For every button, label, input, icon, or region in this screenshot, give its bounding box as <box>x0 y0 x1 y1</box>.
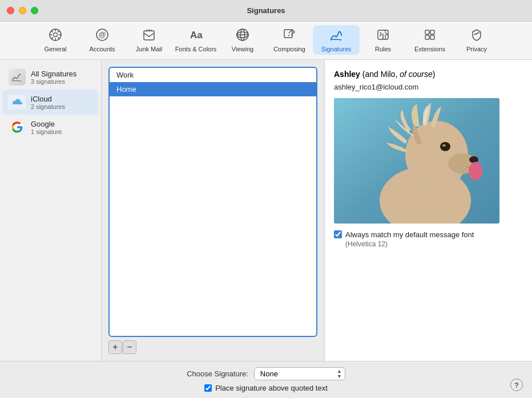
junk-mail-icon <box>142 27 156 44</box>
svg-rect-24 <box>425 30 429 34</box>
svg-line-7 <box>58 37 59 39</box>
toolbar-item-fonts-colors[interactable]: Aa Fonts & Colors <box>172 25 219 55</box>
font-match-sublabel: (Helvetica 12) <box>345 240 523 248</box>
toolbar-junk-label: Junk Mail <box>136 46 162 52</box>
toolbar-extensions-label: Extensions <box>414 46 445 52</box>
bottom-bar: Choose Signature: None Work Home Random … <box>0 361 532 398</box>
choose-signature-select-wrapper: None Work Home Random ▲ ▼ <box>254 367 345 380</box>
right-bottom: Always match my default message font (He… <box>334 230 523 248</box>
sidebar-item-google[interactable]: Google 1 signature <box>2 115 99 140</box>
list-controls: + − <box>108 340 136 354</box>
sig-name-rest: (and Milo, <box>360 70 400 79</box>
center-panel: Work Home + − <box>102 60 324 361</box>
toolbar-rules-label: Rules <box>375 46 391 52</box>
toolbar-item-privacy[interactable]: Privacy <box>453 25 500 55</box>
titlebar: Signatures <box>0 0 532 22</box>
svg-line-9 <box>51 37 53 39</box>
signatures-list: Work Home <box>108 67 317 337</box>
svg-line-6 <box>51 31 53 33</box>
right-panel: Ashley (and Milo, of course) ashley_rico… <box>324 60 532 361</box>
sig-list-item-home[interactable]: Home <box>110 82 316 96</box>
svg-text:@: @ <box>98 30 106 39</box>
toolbar-composing-label: Composing <box>273 46 305 52</box>
font-match-row: Always match my default message font <box>334 230 523 239</box>
sig-preview-email: ashley_rico1@icloud.com <box>334 83 523 91</box>
sidebar-all-sig-count: 3 signatures <box>31 78 76 85</box>
svg-point-36 <box>440 142 450 151</box>
svg-rect-27 <box>430 35 434 39</box>
fonts-colors-icon: Aa <box>188 27 203 44</box>
remove-signature-button[interactable]: − <box>123 340 136 354</box>
all-signatures-icon <box>8 68 26 86</box>
toolbar-item-composing[interactable]: Composing <box>266 25 313 55</box>
sig-name-bold: Ashley <box>334 70 360 79</box>
svg-rect-26 <box>425 35 429 39</box>
icloud-icon-container <box>8 93 26 111</box>
toolbar-item-general[interactable]: General <box>32 25 79 55</box>
sidebar-icloud-count: 2 signatures <box>31 103 65 110</box>
choose-signature-label: Choose Signature: <box>187 369 248 378</box>
sig-list-item-work[interactable]: Work <box>110 68 316 82</box>
toolbar: General @ Accounts Junk Mail Aa <box>0 22 532 60</box>
toolbar-viewing-label: Viewing <box>232 46 253 52</box>
choose-signature-select[interactable]: None Work Home Random <box>254 367 345 380</box>
window-controls <box>7 7 38 14</box>
svg-point-34 <box>469 156 478 163</box>
svg-point-37 <box>442 144 446 147</box>
maximize-button[interactable] <box>31 7 38 14</box>
svg-rect-25 <box>430 30 434 34</box>
place-above-label[interactable]: Place signature above quoted text <box>215 384 328 392</box>
help-button[interactable]: ? <box>510 379 523 391</box>
window-title: Signatures <box>247 6 285 15</box>
toolbar-item-signatures[interactable]: Signatures <box>313 25 360 55</box>
sig-name-italic: of course <box>400 70 433 79</box>
toolbar-accounts-label: Accounts <box>89 46 115 52</box>
sidebar-item-icloud[interactable]: iCloud 2 signatures <box>2 90 99 115</box>
svg-rect-12 <box>144 31 154 40</box>
minimize-button[interactable] <box>19 7 26 14</box>
sig-preview-name: Ashley (and Milo, of course) <box>334 69 523 80</box>
sidebar-icloud-name: iCloud <box>31 95 65 103</box>
toolbar-general-label: General <box>44 46 66 52</box>
place-above-checkbox[interactable] <box>204 384 212 392</box>
sig-name-close: ) <box>433 70 436 79</box>
choose-signature-row: Choose Signature: None Work Home Random … <box>187 367 345 380</box>
toolbar-signatures-label: Signatures <box>321 46 352 52</box>
svg-line-8 <box>58 31 59 33</box>
toolbar-privacy-label: Privacy <box>466 46 487 52</box>
toolbar-item-rules[interactable]: Rules <box>360 25 406 55</box>
sidebar-item-all-signatures[interactable]: All Signatures 3 signatures <box>2 64 99 90</box>
close-button[interactable] <box>7 7 14 14</box>
svg-point-35 <box>469 162 482 180</box>
toolbar-item-junk-mail[interactable]: Junk Mail <box>126 25 172 55</box>
toolbar-item-extensions[interactable]: Extensions <box>406 25 453 55</box>
toolbar-item-accounts[interactable]: @ Accounts <box>79 25 126 55</box>
extensions-icon <box>422 27 437 44</box>
place-above-row: Place signature above quoted text <box>204 384 328 392</box>
add-signature-button[interactable]: + <box>108 340 122 354</box>
privacy-icon <box>469 27 484 44</box>
google-icon-container <box>8 118 26 136</box>
sidebar: All Signatures 3 signatures iCloud 2 sig… <box>0 60 102 361</box>
font-match-checkbox[interactable] <box>334 230 342 238</box>
svg-line-22 <box>288 35 289 36</box>
font-match-label[interactable]: Always match my default message font <box>345 230 474 239</box>
sidebar-all-sig-name: All Signatures <box>31 70 76 78</box>
toolbar-fonts-label: Fonts & Colors <box>175 46 217 52</box>
accounts-icon: @ <box>95 27 110 44</box>
viewing-icon <box>235 27 250 44</box>
svg-text:Aa: Aa <box>190 30 203 40</box>
svg-point-1 <box>54 33 58 37</box>
sidebar-google-name: Google <box>31 120 62 128</box>
composing-icon <box>282 27 297 44</box>
rules-icon <box>376 27 390 44</box>
general-icon <box>48 27 63 44</box>
sig-preview-image <box>334 98 499 224</box>
sidebar-google-count: 1 signature <box>31 128 62 135</box>
toolbar-item-viewing[interactable]: Viewing <box>219 25 266 55</box>
main-content: All Signatures 3 signatures iCloud 2 sig… <box>0 60 532 361</box>
signatures-icon <box>329 27 344 44</box>
